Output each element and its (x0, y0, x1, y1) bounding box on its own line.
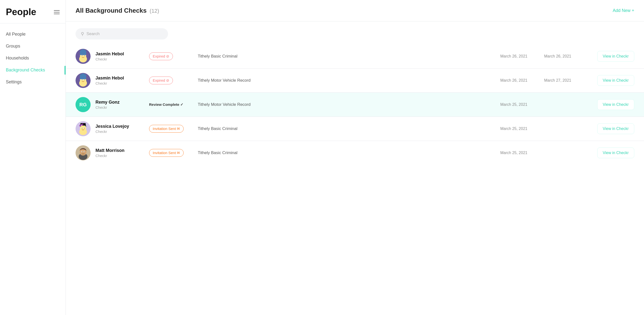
svg-point-35 (84, 151, 84, 152)
search-area: ⚲ (66, 22, 644, 42)
sidebar-item-households[interactable]: Households (0, 52, 66, 64)
person-name: Jasmin Hebol (96, 76, 144, 81)
status-badge: Expired ⊘ (149, 53, 173, 60)
person-sub: Checkr (96, 81, 144, 85)
view-in-checkr-button[interactable]: View in Checkr (597, 51, 634, 62)
view-btn-container: View in Checkr (586, 123, 634, 134)
page-title: All Background Checks (76, 7, 147, 14)
date-col-1: March 25, 2021 (500, 127, 539, 131)
svg-point-24 (81, 125, 82, 126)
status-badge-container: Invitation Sent ✉ (149, 125, 193, 133)
sidebar-header: People (0, 0, 66, 24)
date-col-1: March 26, 2021 (500, 78, 539, 83)
search-icon: ⚲ (81, 31, 84, 37)
main-header: All Background Checks (12) Add New + (66, 0, 644, 22)
sidebar-item-background-checks[interactable]: Background Checks (0, 64, 66, 76)
svg-point-17 (84, 80, 84, 80)
check-type: Tithely Motor Vehicle Record (198, 102, 496, 107)
app-title: People (6, 7, 36, 17)
avatar (76, 145, 90, 160)
view-btn-container: View in Checkr (586, 148, 634, 158)
svg-point-28 (84, 128, 84, 128)
svg-point-13 (80, 73, 86, 79)
table-row: Jessica Lovejoy Checkr Invitation Sent ✉… (66, 117, 644, 141)
date-col-1: March 25, 2021 (500, 151, 539, 155)
table-row: Matt Morrison Checkr Invitation Sent ✉ T… (66, 141, 644, 165)
date-col-2: March 27, 2021 (544, 78, 581, 83)
status-badge-container: Expired ⊘ (149, 53, 193, 60)
sidebar-item-groups[interactable]: Groups (0, 40, 66, 52)
person-name: Matt Morrison (96, 148, 144, 153)
view-in-checkr-button[interactable]: View in Checkr (597, 75, 634, 86)
status-badge-container: Review Complete ✓ (149, 101, 193, 108)
svg-point-8 (84, 55, 84, 56)
record-count: (12) (150, 8, 159, 14)
view-btn-container: View in Checkr (586, 99, 634, 110)
table-row: RG Remy Gonz Checkr Review Complete ✓ Ti… (66, 93, 644, 117)
svg-point-4 (80, 49, 86, 55)
table-row: Jasmin Hebol Checkr Expired ⊘ Tithely Mo… (66, 69, 644, 93)
search-bar: ⚲ (76, 28, 168, 40)
svg-point-27 (82, 128, 82, 128)
view-in-checkr-button[interactable]: View in Checkr (597, 99, 634, 110)
check-type: Tithely Motor Vehicle Record (198, 78, 496, 83)
table-row: Jasmin Hebol Checkr Expired ⊘ Tithely Ba… (66, 44, 644, 69)
status-badge-container: Invitation Sent ✉ (149, 149, 193, 157)
view-in-checkr-button[interactable]: View in Checkr (597, 148, 634, 158)
sidebar: People All PeopleGroupsHouseholdsBackgro… (0, 0, 66, 315)
check-type: Tithely Basic Criminal (198, 54, 496, 59)
person-sub: Checkr (96, 129, 144, 134)
person-sub: Checkr (96, 57, 144, 61)
date-col-1: March 26, 2021 (500, 54, 539, 59)
sidebar-item-all-people[interactable]: All People (0, 28, 66, 40)
svg-point-7 (82, 55, 82, 56)
person-name: Jessica Lovejoy (96, 124, 144, 129)
status-badge: Invitation Sent ✉ (149, 149, 184, 157)
status-badge: Invitation Sent ✉ (149, 125, 184, 133)
main-title-area: All Background Checks (12) (76, 7, 159, 14)
person-info: Remy Gonz Checkr (96, 100, 144, 110)
search-input[interactable] (86, 32, 163, 36)
avatar (76, 49, 90, 64)
check-type: Tithely Basic Criminal (198, 150, 496, 155)
svg-point-34 (82, 151, 82, 152)
avatar (76, 73, 90, 88)
sidebar-item-settings[interactable]: Settings (0, 76, 66, 88)
status-badge: Review Complete ✓ (149, 101, 184, 108)
status-badge: Expired ⊘ (149, 77, 173, 84)
person-info: Jessica Lovejoy Checkr (96, 124, 144, 134)
add-new-button[interactable]: Add New + (612, 8, 634, 13)
menu-icon[interactable] (54, 10, 60, 14)
view-btn-container: View in Checkr (586, 75, 634, 86)
person-name: Jasmin Hebol (96, 52, 144, 57)
avatar (76, 121, 90, 136)
main-content: All Background Checks (12) Add New + ⚲ (66, 0, 644, 315)
view-in-checkr-button[interactable]: View in Checkr (597, 123, 634, 134)
person-sub: Checkr (96, 105, 144, 110)
person-name: Remy Gonz (96, 100, 144, 105)
person-info: Jasmin Hebol Checkr (96, 76, 144, 85)
view-btn-container: View in Checkr (586, 51, 634, 62)
records-list: Jasmin Hebol Checkr Expired ⊘ Tithely Ba… (66, 42, 644, 315)
person-sub: Checkr (96, 154, 144, 158)
sidebar-nav: All PeopleGroupsHouseholdsBackground Che… (0, 24, 66, 93)
status-badge-container: Expired ⊘ (149, 77, 193, 84)
date-col-1: March 25, 2021 (500, 102, 539, 107)
svg-point-36 (81, 153, 85, 155)
person-info: Jasmin Hebol Checkr (96, 52, 144, 61)
date-col-2: March 26, 2021 (544, 54, 581, 59)
check-type: Tithely Basic Criminal (198, 126, 496, 131)
svg-point-16 (82, 80, 82, 80)
person-info: Matt Morrison Checkr (96, 148, 144, 158)
avatar: RG (76, 97, 90, 112)
